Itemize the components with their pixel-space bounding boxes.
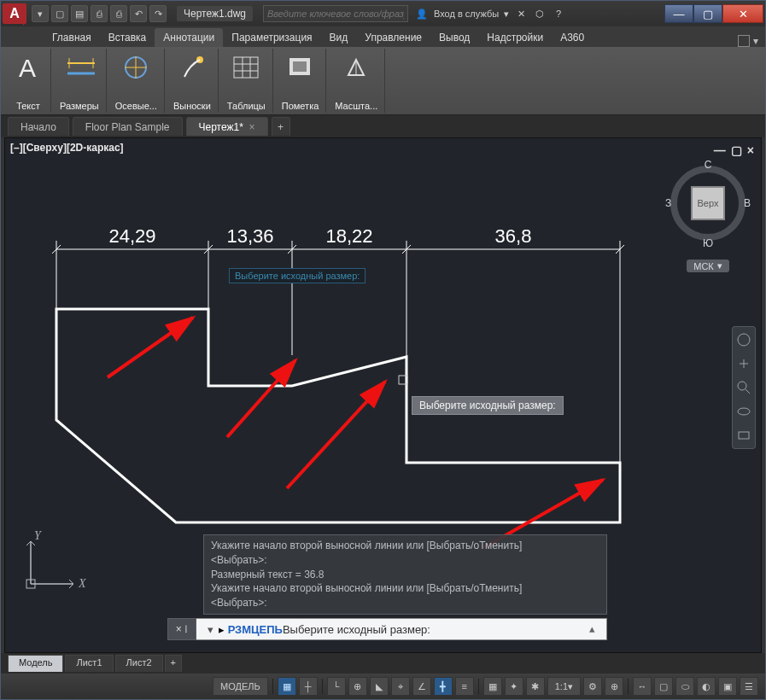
ortho-toggle[interactable]: └ <box>327 677 346 696</box>
qat-saveas-icon[interactable]: ⎙ <box>91 5 108 22</box>
otrack-toggle[interactable]: ∠ <box>412 677 431 696</box>
panel-centerlines[interactable]: Осевые... <box>108 49 165 113</box>
ribbon-tab-insert[interactable]: Вставка <box>100 28 155 47</box>
panel-dimensions[interactable]: Размеры <box>53 49 107 113</box>
selection-cycling[interactable]: ✦ <box>505 677 523 696</box>
ribbon-tab-manage[interactable]: Управление <box>356 28 430 47</box>
customize-status[interactable]: ☰ <box>740 677 758 696</box>
panel-tables[interactable]: Таблицы <box>220 49 273 113</box>
panel-markup-label: Пометка <box>282 101 319 111</box>
isolate-objects[interactable]: ◐ <box>697 677 716 696</box>
ribbon-tab-a360[interactable]: A360 <box>552 28 593 47</box>
layout-tab-model[interactable]: Модель <box>8 655 63 672</box>
hardware-accel[interactable]: ⬭ <box>675 677 694 696</box>
ribbon-more-icon[interactable]: ▾ <box>753 35 758 47</box>
new-tab-button[interactable]: + <box>272 117 290 136</box>
annotation-arrow <box>108 318 193 377</box>
ribbon-tab-output[interactable]: Вывод <box>430 28 478 47</box>
qat-new-icon[interactable]: ▾ <box>32 5 49 22</box>
annotation-arrow <box>287 382 385 488</box>
ribbon-expand-icon[interactable] <box>738 35 750 47</box>
centerline-icon <box>120 52 151 83</box>
qat-undo-icon[interactable]: ↶ <box>130 5 147 22</box>
table-icon <box>231 52 261 83</box>
svg-rect-9 <box>234 57 258 78</box>
signin-caret-icon[interactable]: ▾ <box>504 9 509 20</box>
ucs-icon[interactable]: X Y <box>22 524 91 592</box>
search-input[interactable] <box>263 5 408 22</box>
panel-scale-label: Масшта... <box>335 101 377 111</box>
qat-save-icon[interactable]: ▤ <box>71 5 88 22</box>
qat-open-icon[interactable]: ▢ <box>51 5 68 22</box>
dim-value-3: 18,22 <box>325 225 372 247</box>
signin-icon[interactable]: 👤 <box>415 7 429 20</box>
file-tab-start[interactable]: Начало <box>8 117 69 136</box>
minimize-button[interactable]: — <box>664 4 693 23</box>
drawing-viewport[interactable]: [–][Сверху][2D-каркас] — ▢ × С Ю З В Вер… <box>4 137 762 653</box>
panel-dimensions-label: Размеры <box>60 101 99 111</box>
command-history-up-icon[interactable]: ▴ <box>589 622 603 636</box>
panel-text-label: Текст <box>16 101 40 111</box>
annotation-scale[interactable]: 1:1 ▾ <box>547 677 581 696</box>
isoplane-toggle[interactable]: ◣ <box>370 677 389 696</box>
units-button[interactable]: ↔ <box>633 677 652 696</box>
panel-scale[interactable]: Масшта... <box>328 49 385 113</box>
ribbon-tab-view[interactable]: Вид <box>321 28 357 47</box>
app-logo[interactable]: A <box>3 3 26 24</box>
qat-redo-icon[interactable]: ↷ <box>149 5 167 22</box>
model-space-button[interactable]: МОДЕЛЬ <box>213 677 268 696</box>
close-button[interactable]: ✕ <box>722 4 763 23</box>
panel-markup[interactable]: Пометка <box>275 49 327 113</box>
command-history[interactable]: Укажите начало второй выносной линии или… <box>203 534 607 615</box>
ribbon-tab-addins[interactable]: Надстройки <box>478 28 552 47</box>
close-tab-icon[interactable]: × <box>249 121 255 133</box>
command-name: РЗМЦЕПЬ <box>228 623 283 636</box>
markup-icon <box>285 52 316 83</box>
ribbon-tab-annotate[interactable]: Аннотации <box>155 28 223 47</box>
annotation-monitor[interactable]: ⊕ <box>605 677 623 696</box>
svg-text:X: X <box>78 577 86 590</box>
quick-properties[interactable]: ▢ <box>654 677 673 696</box>
document-title: Чертеж1.dwg <box>177 6 253 21</box>
help-icon[interactable]: ? <box>552 7 565 20</box>
svg-text:Y: Y <box>34 529 43 542</box>
leader-icon <box>177 52 208 83</box>
lineweight-toggle[interactable]: ≡ <box>455 677 474 696</box>
layout-tab-sheet2[interactable]: Лист2 <box>115 655 163 672</box>
svg-text:A: A <box>19 54 36 82</box>
annotation-scale-icon[interactable]: ✱ <box>526 677 545 696</box>
command-line-close[interactable]: × ⁞ <box>167 618 196 640</box>
workspace-switch[interactable]: ⚙ <box>583 677 602 696</box>
command-line[interactable]: ▾ ▸ РЗМЦЕПЬ Выберите исходный размер: ▴ <box>167 618 607 640</box>
polar-toggle[interactable]: ⊕ <box>348 677 367 696</box>
dyn-input-toggle[interactable]: ╋ <box>434 677 453 696</box>
clean-screen[interactable]: ▣ <box>718 677 737 696</box>
panel-text[interactable]: A Текст <box>6 49 51 113</box>
ribbon-tab-home[interactable]: Главная <box>44 28 100 47</box>
file-tab-floorplan[interactable]: Floor Plan Sample <box>73 117 183 136</box>
panel-leaders-label: Выноски <box>173 101 211 111</box>
transparency-toggle[interactable]: ▦ <box>483 677 502 696</box>
panel-tables-label: Таблицы <box>227 101 266 111</box>
panel-leaders[interactable]: Выноски <box>167 49 219 113</box>
annotation-arrow <box>227 360 295 437</box>
dim-value-1: 24,29 <box>108 225 155 247</box>
layout-tab-sheet1[interactable]: Лист1 <box>65 655 113 672</box>
grid-toggle[interactable]: ▦ <box>278 677 296 696</box>
drawing-polyline <box>56 309 620 522</box>
command-caret-icon: ▾ <box>208 623 213 636</box>
app-menu-icon[interactable]: ⬡ <box>533 7 547 20</box>
osnap-toggle[interactable]: ⌖ <box>391 677 410 696</box>
status-bar: МОДЕЛЬ ▦ ┼ └ ⊕ ◣ ⌖ ∠ ╋ ≡ ▦ ✦ ✱ 1:1 ▾ ⚙ ⊕… <box>1 674 765 699</box>
command-prompt: Выберите исходный размер: <box>283 623 430 636</box>
snap-toggle[interactable]: ┼ <box>299 677 318 696</box>
maximize-button[interactable]: ▢ <box>693 4 722 23</box>
file-tab-drawing1[interactable]: Чертеж1* × <box>186 117 268 136</box>
scale-icon <box>341 52 371 83</box>
layout-tab-add[interactable]: + <box>165 655 182 672</box>
qat-print-icon[interactable]: ⎙ <box>110 5 127 22</box>
exchange-icon[interactable]: ✕ <box>514 7 528 20</box>
ribbon-tab-parametric[interactable]: Параметризация <box>223 28 320 47</box>
panel-centerlines-label: Осевые... <box>115 101 157 111</box>
signin-label[interactable]: Вход в службы <box>434 9 499 19</box>
